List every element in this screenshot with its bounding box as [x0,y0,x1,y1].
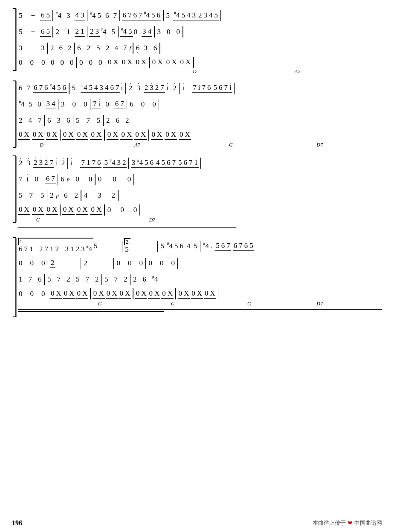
note: 0 [177,28,180,36]
note: 5 [161,242,165,250]
note: 6 [61,175,64,184]
row-2-4: 0 X 0 X 0 X 0 X [18,129,382,149]
note: #4 [101,28,107,36]
note: 6 [46,175,50,183]
note: #4 [167,242,173,250]
note: 5 [72,84,76,92]
note: 7 [123,44,127,52]
note: 0 [30,58,34,67]
row-2-1: 6 7 6 7 6 #4 5 6 5 #4 5 4 [18,80,382,96]
note: 0 [167,28,171,36]
note: X [69,289,74,298]
note: 0 [93,289,97,298]
note: 6 [130,100,133,109]
note: X [157,58,162,66]
note: 0 [171,259,175,267]
note: 6 [123,11,127,20]
note: 2 [84,259,87,267]
note: X [141,289,146,298]
note: . [211,242,212,250]
note: 2· [19,159,23,167]
note-group: 0 X [18,130,30,140]
note: 0 [41,58,45,67]
note-group: 2 1 [75,27,85,37]
note: X [113,130,118,139]
note: 0 [79,58,83,67]
note: 0 [162,289,166,298]
note: 5 [19,12,23,20]
note: X [157,130,162,139]
note: 2 [51,259,55,267]
note-group: 2· 3· 2· 7 [144,83,165,93]
note: 0 [108,58,112,66]
note: 4 [52,100,55,108]
note-group: 6 7 [45,175,56,184]
note: 7 [128,11,132,20]
staff-block-2: 6 7 6 7 6 #4 5 6 5 #4 5 4 [18,80,382,149]
note: #4 [203,242,209,250]
note: 3· [136,84,140,92]
note: 5 [125,245,129,254]
note: 7 [19,175,23,184]
note: X [168,289,173,298]
note: 7 [50,158,54,167]
note: 0 [47,130,51,139]
note: 3 [57,116,61,125]
note: 7 [116,83,119,92]
dynamic-p: p [67,176,70,183]
note: 0 [98,175,102,184]
chord-D7-3: D7 [316,301,323,307]
note: X [197,289,202,298]
note: − [62,259,67,267]
note: i· [27,175,29,184]
note: 3 [46,100,50,108]
note: 7 [93,100,97,108]
note: X [82,289,87,298]
note: #4 [50,83,56,92]
note-group: 0 X [76,205,89,215]
note: X [68,205,73,214]
note: 0 [33,130,37,139]
note: 7 [120,100,124,108]
note-group: 0 X [151,130,163,140]
note: 3 [117,158,121,167]
note: X [171,130,176,139]
note-group: 0 X [90,205,102,215]
note: 2 [124,275,127,284]
chord-label-A7: A7 [295,69,300,75]
note: 6 [97,158,101,167]
note: 2 [76,245,80,253]
note: 7 [87,116,90,125]
note: 2 [50,44,54,52]
chord-G: G [229,142,233,148]
note: 4 [148,27,152,36]
note: 1 [81,27,84,36]
note: X [96,130,101,139]
note: 0 [133,206,137,214]
note: 2· [155,83,159,92]
note: X [154,289,159,298]
note: 0 [136,289,140,298]
note: 6 [234,242,238,250]
note: 4 [187,242,191,250]
note: 0 [63,130,67,139]
note: 6 [41,27,45,36]
note: 0 [47,205,51,214]
note: 0 [72,100,76,109]
note: 7 [57,275,61,284]
note: 6· [47,116,51,125]
note: 0 [139,259,143,267]
row-4-3: 1· 7 6 5· 7 2 5· 7 2 5· 7 [18,271,382,288]
note-group: 0 X [107,130,119,140]
note: 2· [50,191,54,200]
row-1-3: 3 − 3 2 6· 2 6 2 5 2 4 [18,40,382,56]
note: X [52,205,57,214]
chord-D7: D7 [316,142,323,148]
note-group: 0 X [119,289,131,299]
note: 6· [143,275,147,284]
note-group: 6 7 6 5 [233,242,254,251]
note: 3 [144,44,148,52]
note: 5 [145,158,148,167]
note: X [125,289,130,298]
note: 6 [219,83,223,92]
